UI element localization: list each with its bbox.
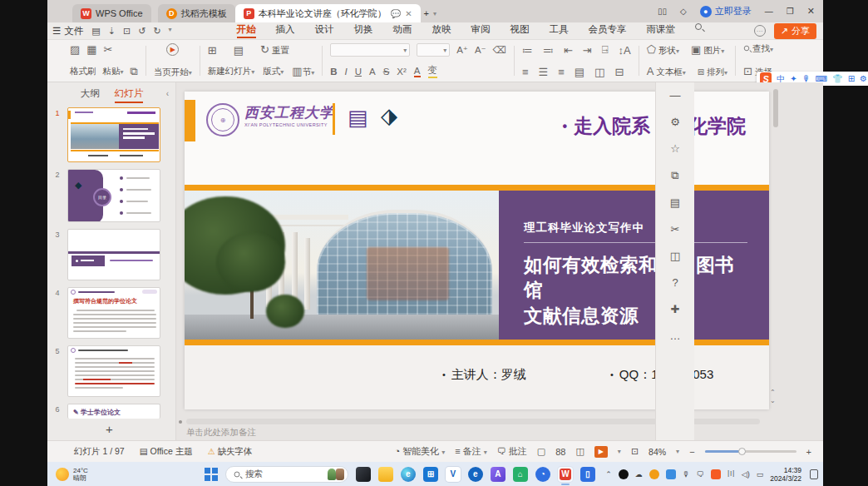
superscript-button[interactable]: X² xyxy=(397,67,407,77)
toolbox-icon[interactable]: ⊞ xyxy=(848,74,855,83)
cut-icon[interactable]: ✂ xyxy=(104,43,113,56)
comments-button[interactable]: 🗨 批注 xyxy=(497,445,527,458)
skin-icon[interactable]: 👕 xyxy=(832,74,842,83)
collapse-panel-icon[interactable]: ‹ xyxy=(166,89,169,98)
screenshot-tool-icon[interactable] xyxy=(666,469,676,479)
weather-widget[interactable]: 24°C晴朗 xyxy=(56,467,88,482)
more-icon[interactable]: … xyxy=(668,330,682,342)
underline-button[interactable]: U xyxy=(355,67,362,77)
tray-message-icon[interactable]: 🗨 xyxy=(697,470,704,479)
tray-expand-icon[interactable]: ⌃ xyxy=(605,470,612,479)
layout-icon[interactable]: ▤ xyxy=(234,44,244,57)
menu-member[interactable]: 会员专享 xyxy=(589,23,627,38)
chart-edit-icon[interactable]: ▤ xyxy=(668,196,682,209)
battery-icon[interactable]: ▭ xyxy=(757,470,764,479)
comment-bubble-icon[interactable]: 💬 xyxy=(391,9,401,18)
save-icon[interactable]: ▤ xyxy=(91,26,100,37)
cloud-icon[interactable]: ☁ xyxy=(635,470,643,479)
media-panel-icon[interactable]: ◫ xyxy=(668,250,682,262)
smartart-icon[interactable]: ⊟ xyxy=(614,66,624,78)
beautify-button[interactable]: ◔ 智能美化 ▾ xyxy=(394,445,445,458)
prev-slide-icon[interactable]: ⌃ xyxy=(770,389,776,397)
menu-tools[interactable]: 工具 xyxy=(550,23,569,38)
notes-button[interactable]: ≡ 备注 ▾ xyxy=(455,445,487,458)
sync-icon[interactable] xyxy=(649,469,659,479)
campus-building-photo[interactable] xyxy=(185,191,499,340)
decrease-indent-icon[interactable]: ⇤ xyxy=(564,44,573,57)
next-slide-icon[interactable]: ⌄ xyxy=(770,397,776,405)
clear-format-icon[interactable]: ⌫ xyxy=(493,44,506,56)
print-icon[interactable]: ⊡ xyxy=(123,26,131,37)
undo-icon[interactable]: ↺ xyxy=(138,26,145,37)
bold-button[interactable]: B xyxy=(330,67,337,77)
message-icon[interactable]: ··· xyxy=(754,25,766,37)
align-right-icon[interactable]: ≡ xyxy=(558,66,565,78)
slide-header-title[interactable]: •走入院系：环化学院 xyxy=(562,113,746,139)
search-icon[interactable] xyxy=(695,23,702,30)
slide-thumbnail-5[interactable] xyxy=(67,345,160,397)
arrange-button[interactable]: ⧈ 排列▾ xyxy=(698,65,727,78)
view-sorter-icon[interactable]: 88 xyxy=(555,447,565,457)
slide-thumbnail-2[interactable]: ◆ 目录 xyxy=(67,169,160,222)
highlight-button[interactable]: 变 xyxy=(428,64,438,78)
export-icon[interactable]: ⇣ xyxy=(108,26,116,37)
tab-docer-templates[interactable]: D 找稻壳模板 xyxy=(158,4,235,22)
justify-icon[interactable]: ▤ xyxy=(575,66,584,78)
align-center-icon[interactable]: ☰ xyxy=(539,66,549,78)
menu-transition[interactable]: 切换 xyxy=(354,23,373,38)
chevron-down-icon[interactable]: ▾ xyxy=(618,448,621,455)
menu-rainclass[interactable]: 雨课堂 xyxy=(647,23,676,38)
char-spacing-button[interactable]: A xyxy=(369,67,376,77)
text-direction-icon[interactable]: ⍈ xyxy=(602,43,609,57)
fit-slide-icon[interactable]: ⊡ xyxy=(631,446,639,457)
increase-indent-icon[interactable]: ⇥ xyxy=(583,44,592,57)
missing-font-warning[interactable]: ⚠ 缺失字体 xyxy=(208,446,253,458)
zoom-slider[interactable] xyxy=(705,450,796,453)
close-tab-icon[interactable]: ✕ xyxy=(405,9,412,18)
view-reading-icon[interactable]: ◫ xyxy=(575,446,584,457)
splitview-icon[interactable]: ▯▯ xyxy=(658,7,667,16)
chevron-down-icon[interactable]: ▾ xyxy=(676,448,679,455)
font-size-select[interactable]: ▾ xyxy=(417,43,450,57)
e-browser-icon[interactable]: e xyxy=(468,467,483,482)
folder-icon[interactable] xyxy=(378,467,393,482)
font-family-select[interactable]: ▾ xyxy=(330,43,410,57)
file-menu[interactable]: ☰ 文件 xyxy=(52,25,83,37)
italic-button[interactable]: I xyxy=(344,67,347,77)
green-bag-app-icon[interactable]: ⌂ xyxy=(513,467,528,482)
skin-panel-icon[interactable]: ✚ xyxy=(668,303,682,315)
play-from-current-button[interactable]: 当页开始▾ xyxy=(154,67,192,78)
paste-button[interactable]: 粘贴▾ xyxy=(103,66,124,77)
slide-thumbnail-3[interactable] xyxy=(67,229,160,280)
find-button[interactable]: 查找▾ xyxy=(743,43,773,55)
notification-center-icon[interactable] xyxy=(810,469,818,479)
paste-icon[interactable]: ▦ xyxy=(86,43,96,56)
zoom-level[interactable]: 84% xyxy=(649,447,666,457)
picture-button[interactable]: ▣ 图片▾ xyxy=(691,43,724,57)
format-painter-button[interactable]: 格式刷 xyxy=(70,66,96,77)
strikethrough-button[interactable]: S xyxy=(383,67,390,77)
login-button[interactable]: ● 立即登录 xyxy=(700,5,752,17)
tab-wps-home[interactable]: W WPS Office xyxy=(72,4,151,22)
section-button[interactable]: ▥节▾ xyxy=(292,65,314,78)
tab-current-document[interactable]: P 本科毕业论文讲座（环化学院） 💬 ✕ xyxy=(235,4,421,22)
play-icon[interactable]: ▶ xyxy=(166,43,179,56)
stereo-icon[interactable]: ◇ xyxy=(680,7,687,16)
new-tab-button[interactable]: + ▾ xyxy=(421,4,440,22)
layout-button[interactable]: 版式▾ xyxy=(263,66,284,77)
maximize-button[interactable]: ❐ xyxy=(787,7,794,16)
wifi-icon[interactable]: 〣 xyxy=(727,469,735,479)
chevron-down-icon[interactable]: ▾ xyxy=(169,26,172,37)
slide-thumbnail-1[interactable] xyxy=(67,107,160,162)
menu-design[interactable]: 设计 xyxy=(315,23,334,38)
settings-icon[interactable]: ⚙ xyxy=(860,74,867,83)
textbox-button[interactable]: A 文本框▾ xyxy=(647,65,686,78)
reset-button[interactable]: ↻ 重置 xyxy=(260,43,289,57)
volume-icon[interactable]: ◁) xyxy=(742,470,750,479)
new-slide-icon[interactable]: ⊞ xyxy=(208,44,217,57)
menu-home[interactable]: 开始 xyxy=(237,23,256,38)
a-app-icon[interactable]: A xyxy=(491,467,506,482)
tray-mic-icon[interactable]: 🎙 xyxy=(683,470,690,479)
slide-thumbnail-6[interactable]: ✎ 学士学位论文 xyxy=(67,404,160,419)
menu-insert[interactable]: 插入 xyxy=(276,23,295,38)
